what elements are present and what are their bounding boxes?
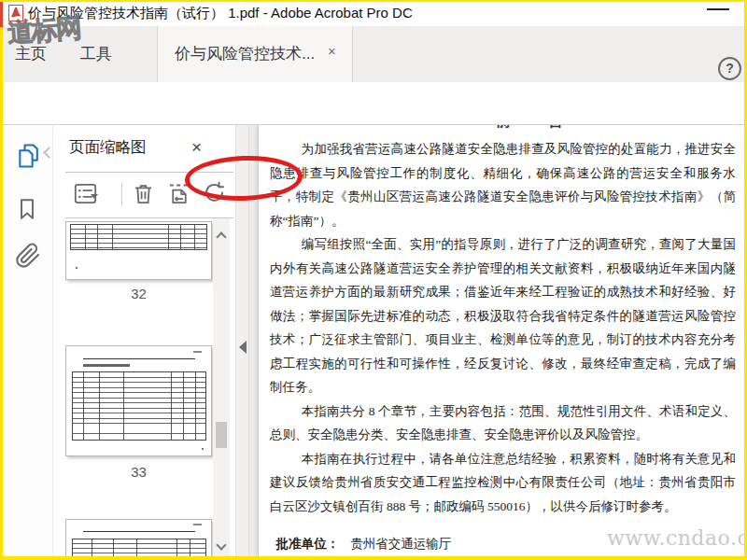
frame-border (0, 0, 747, 2)
tab-tools[interactable]: 工具 (80, 43, 112, 64)
scroll-down-icon[interactable] (216, 539, 226, 550)
main-toolbar: 3 / 51 51.7% (0, 82, 747, 125)
paragraph: 编写组按照“全面、实用”的指导原则，进行了广泛的调查研究，查阅了大量国内外有关高… (270, 232, 736, 399)
tab-document[interactable]: 价与风险管控技术... × (157, 26, 353, 82)
document-viewer[interactable]: 前 言 为加强我省营运高速公路隧道安全隐患排查及风险管控的处置能力，推进安全隐患… (249, 125, 747, 557)
page-thumbnails-panel-icon[interactable] (15, 142, 41, 170)
scrollbar-thumb[interactable] (216, 422, 227, 448)
frame-border-accent (0, 2, 3, 27)
thumbnail-table-graphic (70, 224, 207, 250)
window-title: 价与风险管控技术指南（试行） 1.pdf - Adobe Acrobat Pro… (28, 5, 413, 22)
thumbnail-page-34[interactable] (65, 519, 212, 557)
document-tab-label: 价与风险管控技术... (175, 43, 324, 64)
app-body: 页面缩略图 × (0, 125, 747, 557)
pdf-page: 前 言 为加强我省营运高速公路隧道安全隐患排查及风险管控的处置能力，推进安全隐患… (258, 125, 747, 557)
page-header-clipped: 前 言 (496, 125, 580, 132)
acrobat-window: 价与风险管控技术指南（试行） 1.pdf - Adobe Acrobat Pro… (0, 0, 747, 560)
scroll-up-icon[interactable] (216, 231, 226, 242)
title-bar: 价与风险管控技术指南（试行） 1.pdf - Adobe Acrobat Pro… (0, 0, 747, 26)
thumbnail-scrollbar[interactable] (213, 218, 230, 557)
frame-border (0, 0, 3, 560)
thumbnail-page-label: 33 (65, 464, 212, 480)
thumbnail-table-graphic (72, 371, 206, 441)
divider (121, 183, 122, 206)
frame-border (0, 556, 747, 560)
paragraph: 本指南在执行过程中，请各单位注意总结经验，积累资料，随时将有关意见和建议反馈给贵… (270, 447, 736, 519)
delete-pages-icon[interactable] (131, 181, 156, 206)
thumbnail-page-33[interactable] (65, 345, 212, 456)
minimize-icon[interactable] (707, 8, 729, 10)
approver-value: 贵州省交通运输厅 (350, 537, 451, 551)
thumbnail-page-32[interactable] (65, 221, 212, 280)
help-icon[interactable]: ? (718, 57, 741, 80)
thumbnail-page-label: 32 (65, 286, 212, 301)
navigation-icon-strip (0, 125, 53, 557)
collapse-pane-icon[interactable] (239, 341, 247, 354)
tab-bar: 主页 工具 价与风险管控技术... × ? (0, 26, 747, 82)
approver-label: 批准单位： (276, 537, 340, 551)
panel-title: 页面缩略图 (69, 137, 147, 158)
paragraph: 为加强我省营运高速公路隧道安全隐患排查及风险管控的处置能力，推进安全隐患排查与风… (270, 137, 736, 232)
site-watermark: www.cndao.com (607, 526, 747, 550)
document-text: 为加强我省营运高速公路隧道安全隐患排查及风险管控的处置能力，推进安全隐患排查与风… (270, 137, 736, 557)
thumbnail-list: 32 33 (53, 218, 213, 557)
logo-watermark: 道标网 (7, 10, 81, 50)
close-tab-icon[interactable]: × (328, 43, 336, 59)
chevron-down-icon[interactable] (91, 194, 98, 199)
bookmarks-panel-icon[interactable] (15, 196, 41, 224)
paragraph: 本指南共分 8 个章节，主要内容包括：范围、规范性引用文件、术语和定义、总则、安… (270, 399, 736, 447)
thumbnail-table-graphic (72, 539, 206, 557)
attachments-panel-icon[interactable] (15, 241, 41, 269)
close-panel-icon[interactable]: × (191, 137, 202, 158)
